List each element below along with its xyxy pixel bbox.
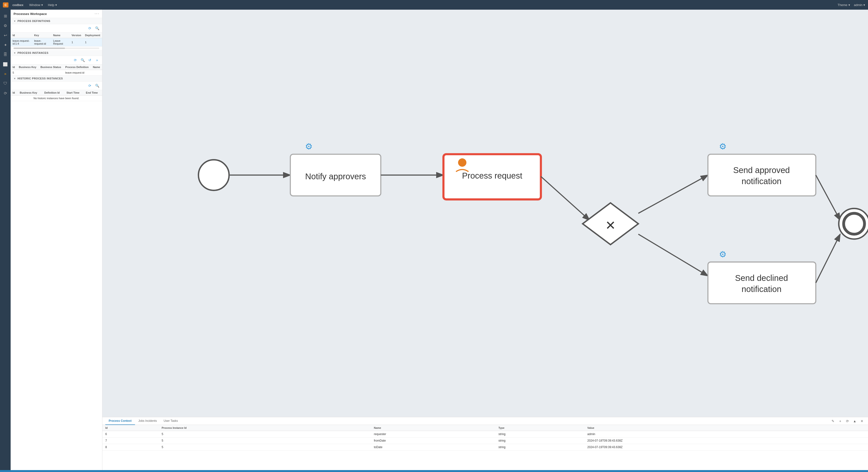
col-type: Type xyxy=(496,425,585,431)
footer-bar xyxy=(0,470,868,472)
menu-help[interactable]: Help ▾ xyxy=(46,2,59,8)
col-name: Name xyxy=(91,64,102,70)
svg-text:Process request: Process request xyxy=(462,171,522,180)
back-icon[interactable]: ↩ xyxy=(1,31,10,40)
table-row[interactable]: 7 5 fromDate string 2024-07-18T09:39:43.… xyxy=(102,438,868,444)
svg-text:✕: ✕ xyxy=(605,218,616,232)
cell-type: string xyxy=(496,438,585,444)
tools-icon[interactable]: ⚙ xyxy=(1,21,10,30)
topnav: C codbex Window ▾ Help ▾ Theme ▾ admin ▾ xyxy=(0,0,868,10)
send-approved-task[interactable] xyxy=(708,154,816,196)
cell-name xyxy=(91,70,102,75)
edit-button[interactable]: ✎ xyxy=(830,418,836,424)
svg-point-5 xyxy=(458,158,467,167)
col-pi-id: Process Instance Id xyxy=(159,425,371,431)
col-defid: Definition Id xyxy=(42,90,64,96)
bpmn-svg: ⚙ Notify approvers Process request ✕ xyxy=(102,10,868,417)
refresh-historic-button[interactable]: ⟳ xyxy=(87,82,93,89)
refresh-instances-button[interactable]: ⟳ xyxy=(72,57,79,63)
col-value: Value xyxy=(585,425,868,431)
section-label: HISTORIC PROCESS INSTANCES xyxy=(18,77,63,80)
star-icon[interactable]: ✦ xyxy=(1,40,10,49)
svg-text:Send declined: Send declined xyxy=(735,273,788,282)
menu-window[interactable]: Window ▾ xyxy=(27,2,45,8)
bottom-tab-actions: ✎ + ⟳ ▲ ✕ xyxy=(830,418,865,424)
col-id: Id xyxy=(11,64,17,70)
process-definitions-table-container: Id Key Name Version Deployment leave-req… xyxy=(11,33,102,46)
chevron-icon: ▼ xyxy=(13,77,16,80)
window-icon[interactable]: ⬜ xyxy=(1,60,10,69)
db-icon[interactable]: 🗄 xyxy=(1,50,10,59)
send-declined-task[interactable] xyxy=(708,262,816,304)
app-logo[interactable]: C xyxy=(3,2,8,7)
shield-icon[interactable]: 🛡 xyxy=(1,79,10,88)
svg-text:⚙: ⚙ xyxy=(305,142,312,151)
cell-type: string xyxy=(496,431,585,438)
refresh-button[interactable]: ⟳ xyxy=(844,418,850,424)
grid-icon[interactable]: ⊞ xyxy=(1,11,10,20)
history-icon[interactable]: ⟳ xyxy=(1,89,10,98)
panel-options-button[interactable]: ··· xyxy=(95,11,99,16)
tab-process-context[interactable]: Process Context xyxy=(105,417,135,425)
search-definitions-button[interactable]: 🔍 xyxy=(94,25,100,31)
user-menu[interactable]: admin ▾ xyxy=(854,3,865,7)
section-process-definitions[interactable]: ▼ PROCESS DEFINITIONS xyxy=(11,18,102,24)
table-row[interactable]: 8 5 toDate string 2024-07-19T09:39:43.63… xyxy=(102,444,868,450)
col-bkey: Business Key xyxy=(18,90,42,96)
search-historic-button[interactable]: 🔍 xyxy=(94,82,100,89)
cell-bstatus xyxy=(38,70,63,75)
col-bstatus: Business Status xyxy=(38,64,63,70)
bpmn-canvas[interactable]: ⚙ Notify approvers Process request ✕ xyxy=(102,10,868,417)
col-id: Id xyxy=(102,425,159,431)
svg-text:notification: notification xyxy=(741,177,781,186)
tab-user-tasks[interactable]: User Tasks xyxy=(160,417,181,425)
more-instances-button[interactable]: » xyxy=(94,57,100,63)
historic-table: Id Business Key Definition Id Start Time… xyxy=(11,90,102,101)
process-definitions-toolbar: ⟳ 🔍 xyxy=(11,24,102,33)
table-row[interactable]: leave-request-id:1:4 leave-request-id Le… xyxy=(11,38,102,46)
historic-table-container: Id Business Key Definition Id Start Time… xyxy=(11,90,102,470)
svg-text:Notify approvers: Notify approvers xyxy=(305,172,366,181)
cell-name: toDate xyxy=(371,444,496,450)
process-context-table: Id Process Instance Id Name Type Value 6… xyxy=(102,425,868,450)
historic-toolbar: ⟳ 🔍 xyxy=(11,81,102,90)
cell-id: 6 xyxy=(102,431,159,438)
col-key: Key xyxy=(32,33,51,38)
cell-value: 2024-07-19T09:39:43.638Z xyxy=(585,444,868,450)
section-process-instances[interactable]: ▼ PROCESS INSTANCES xyxy=(11,50,102,56)
col-deployment: Deployment xyxy=(83,33,102,38)
theme-menu[interactable]: Theme ▾ xyxy=(838,3,850,7)
table-row[interactable]: 5 leave-request-id xyxy=(11,70,102,75)
col-name: Name xyxy=(51,33,69,38)
col-name: Name xyxy=(371,425,496,431)
app-name: codbex xyxy=(12,3,24,7)
cell-version: 1 xyxy=(69,38,83,46)
chevron-icon: ▼ xyxy=(13,20,16,23)
add-button[interactable]: + xyxy=(837,418,843,424)
close-button[interactable]: ✕ xyxy=(859,418,865,424)
cell-pi-id: 5 xyxy=(159,431,371,438)
filter-instances-button[interactable]: ↺ xyxy=(87,57,93,63)
refresh-definitions-button[interactable]: ⟳ xyxy=(87,25,93,31)
topnav-right: Theme ▾ admin ▾ xyxy=(838,3,865,7)
table-row[interactable]: 6 5 requester string admin xyxy=(102,431,868,438)
left-panel: Processes Workspace ··· ▼ PROCESS DEFINI… xyxy=(11,10,102,470)
search-instances-button[interactable]: 🔍 xyxy=(80,57,86,63)
cell-pdef: leave-request-id xyxy=(63,70,91,75)
bottom-panel: Process Context Jobs Incidents User Task… xyxy=(102,417,868,470)
panel-title: Processes Workspace xyxy=(13,12,47,16)
no-data-message: No historic instances have been found. xyxy=(11,96,102,101)
section-label: PROCESS DEFINITIONS xyxy=(18,20,50,23)
collapse-button[interactable]: ▲ xyxy=(851,418,858,424)
svg-text:notification: notification xyxy=(741,284,781,294)
start-event[interactable] xyxy=(198,160,229,191)
chevron-icon: ▼ xyxy=(13,52,16,54)
cell-pi-id: 5 xyxy=(159,438,371,444)
section-historic-instances[interactable]: ▼ HISTORIC PROCESS INSTANCES xyxy=(11,75,102,81)
tab-jobs-incidents[interactable]: Jobs Incidents xyxy=(135,417,160,425)
cell-name: requester xyxy=(371,431,496,438)
col-end: End Time xyxy=(84,90,102,96)
process-definitions-scrollbar[interactable] xyxy=(11,46,102,50)
expand-icon[interactable]: » xyxy=(1,69,10,78)
svg-point-19 xyxy=(844,213,864,234)
